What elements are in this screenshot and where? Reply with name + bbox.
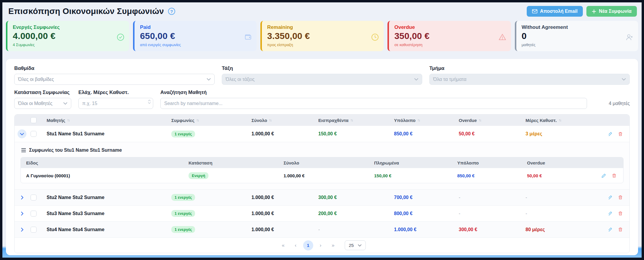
- number-stepper[interactable]: [148, 100, 151, 104]
- collected-cell: 200,00 €: [318, 211, 394, 216]
- header-agreements[interactable]: Συμφωνίες↑↓: [171, 118, 251, 123]
- expand-row-button[interactable]: [18, 193, 26, 202]
- result-count: 4 μαθητές: [594, 101, 630, 109]
- trash-icon: [618, 131, 623, 137]
- filter-search: Αναζήτηση Μαθητή: [160, 90, 587, 109]
- stat-card-paid: Paid 650,00 € από ενεργές συμφωνίες: [133, 21, 256, 51]
- pagination-last-button[interactable]: »: [328, 240, 338, 250]
- clock-icon: [371, 33, 379, 41]
- row-checkbox[interactable]: [31, 211, 37, 217]
- grade-select[interactable]: Όλες οι βαθμίδες: [14, 74, 215, 85]
- search-input[interactable]: [160, 98, 587, 109]
- delete-button[interactable]: [618, 227, 623, 232]
- row-checkbox[interactable]: [31, 227, 37, 233]
- filter-status: Κατάσταση Συμφωνίας Όλοι οι Μαθητές: [14, 90, 71, 109]
- stepper-down-icon: [148, 102, 151, 104]
- expand-row-button[interactable]: [18, 225, 26, 234]
- sort-icon: ↑↓: [558, 118, 561, 122]
- new-agreement-button[interactable]: Νέα Συμφωνία: [586, 6, 637, 17]
- delete-button[interactable]: [612, 173, 617, 178]
- days-overdue-cell: -: [526, 211, 609, 216]
- subheader-type: Είδος: [21, 160, 189, 165]
- filter-class: Τάξη Όλες οι τάξεις: [222, 65, 422, 85]
- class-label: Τάξη: [222, 65, 422, 71]
- stat-value: 3.350,00 €: [267, 31, 378, 41]
- table-row: Stu3 Name Stu3 Surname 1 ενεργές 1.000,0…: [15, 205, 629, 221]
- stat-label: Ενεργές Συμφωνίες: [13, 24, 124, 30]
- page-size-select[interactable]: 25: [345, 240, 366, 250]
- expanded-title: Συμφωνίες του Stu1 Name Stu1 Surname: [29, 148, 122, 153]
- plus-icon: [592, 9, 596, 14]
- pagination-current-page[interactable]: 1: [303, 240, 313, 250]
- class-select-value: Όλες οι τάξεις: [226, 77, 254, 82]
- delete-button[interactable]: [618, 131, 623, 137]
- overdue-cell: 50,00 €: [459, 131, 526, 137]
- header-student[interactable]: Μαθητής↑↓: [47, 118, 171, 123]
- total-cell: 1.000,00 €: [251, 227, 318, 232]
- chevron-right-icon: [21, 195, 23, 200]
- remaining-cell: 850,00 €: [394, 131, 459, 137]
- chevron-down-icon: [20, 133, 24, 135]
- edit-button[interactable]: [609, 195, 613, 200]
- stepper-up-icon: [148, 100, 151, 101]
- help-icon[interactable]: ?: [168, 8, 175, 15]
- stat-label: Overdue: [394, 24, 505, 30]
- status-select[interactable]: Όλοι οι Μαθητές: [14, 98, 71, 109]
- pagination-next-button[interactable]: ›: [316, 240, 326, 250]
- alert-triangle-icon: [499, 33, 506, 41]
- section-label: Τμήμα: [429, 65, 630, 71]
- send-email-button[interactable]: Αποστολή Email: [527, 6, 583, 17]
- header-remaining[interactable]: Υπόλοιπο↑↓: [394, 118, 459, 123]
- chevron-right-icon: [21, 228, 23, 232]
- delete-button[interactable]: [618, 195, 623, 200]
- pagination-prev-button[interactable]: ‹: [291, 240, 301, 250]
- grade-label: Βαθμίδα: [14, 65, 215, 71]
- stat-label: Remaining: [267, 24, 378, 30]
- table-row: Stu2 Name Stu2 Surname 1 ενεργές 1.000,0…: [15, 189, 629, 205]
- collapse-row-button[interactable]: [18, 129, 26, 138]
- stat-value: 0: [522, 31, 633, 41]
- user-x-icon: [626, 33, 633, 41]
- overdue-cell: 300,00 €: [459, 227, 526, 232]
- list-icon: [21, 148, 26, 152]
- select-all-checkbox[interactable]: [31, 117, 37, 123]
- total-cell: 1.000,00 €: [251, 211, 318, 216]
- row-checkbox[interactable]: [31, 131, 37, 137]
- check-circle-icon: [117, 33, 124, 41]
- min-days-input[interactable]: [78, 98, 153, 109]
- edit-button[interactable]: [609, 211, 613, 216]
- edit-button[interactable]: [609, 131, 613, 137]
- trash-icon: [618, 211, 623, 216]
- stat-subtitle: μαθητές: [522, 43, 633, 47]
- edit-button[interactable]: [609, 227, 613, 232]
- row-checkbox[interactable]: [31, 195, 37, 201]
- class-select: Όλες οι τάξεις: [222, 74, 422, 85]
- pagination-first-button[interactable]: «: [278, 240, 288, 250]
- table-header-row: Μαθητής↑↓ Συμφωνίες↑↓ Σύνολο↑↓ Εισπραχθέ…: [15, 115, 629, 126]
- filter-min-days: Ελάχ. Μέρες Καθυστ.: [78, 90, 153, 109]
- header-collected[interactable]: Εισπραχθέντα↑↓: [318, 118, 394, 123]
- header-overdue[interactable]: Overdue↑↓: [459, 118, 526, 123]
- header-days[interactable]: Μέρες Καθυστ.↑↓: [526, 118, 609, 123]
- chevron-down-icon: [207, 78, 211, 81]
- agreement-row: Α Γυμνασίου (00001) Ενεργή 1.000,00 € 15…: [21, 168, 623, 183]
- search-label: Αναζήτηση Μαθητή: [160, 90, 587, 95]
- top-bar: Επισκόπηση Οικονομικών Συμφωνιών ? Αποστ…: [2, 2, 642, 17]
- agreements-badge: 1 ενεργές: [171, 210, 195, 217]
- chevron-down-icon: [63, 102, 67, 105]
- min-days-label: Ελάχ. Μέρες Καθυστ.: [78, 90, 153, 95]
- sort-icon: ↑↓: [350, 118, 353, 122]
- edit-button[interactable]: [601, 173, 606, 178]
- page-size-value: 25: [349, 243, 354, 248]
- collected-cell: 150,00 €: [318, 131, 394, 137]
- days-overdue-cell: -: [526, 195, 609, 200]
- agreements-badge: 1 ενεργές: [171, 226, 195, 233]
- expand-row-button[interactable]: [18, 209, 26, 218]
- agreement-overdue: 50,00 €: [527, 173, 592, 178]
- delete-button[interactable]: [618, 211, 623, 216]
- header-total[interactable]: Σύνολο↑↓: [251, 118, 318, 123]
- trash-icon: [612, 173, 617, 178]
- subheader-remaining: Υπόλοιπο: [457, 160, 527, 165]
- subtable-header-row: Είδος Κατάσταση Σύνολο Πληρωμένα Υπόλοιπ…: [21, 157, 623, 168]
- days-overdue-cell: 3 μέρες: [526, 131, 609, 137]
